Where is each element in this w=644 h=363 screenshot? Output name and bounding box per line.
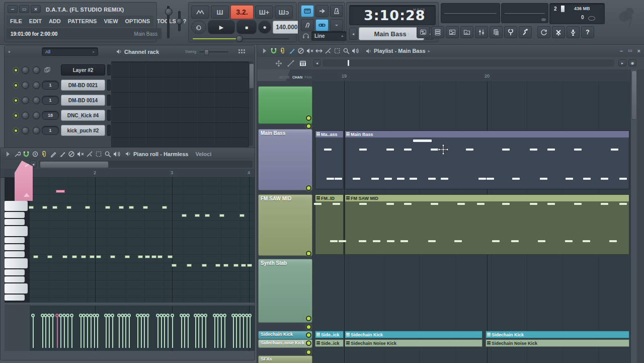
step-sequencer-area[interactable] xyxy=(111,61,249,147)
plugin-picker-button[interactable] xyxy=(490,26,503,38)
paperclip-icon[interactable] xyxy=(279,47,286,54)
typing-keyboard-button[interactable] xyxy=(301,5,314,17)
piano-roll-note[interactable] xyxy=(85,206,90,209)
channel-volume-knob[interactable] xyxy=(33,97,40,104)
piano-roll-note[interactable] xyxy=(143,206,148,209)
piano-roll-note[interactable] xyxy=(33,255,38,258)
playlist-title-arrow[interactable]: ▸ xyxy=(428,49,430,53)
piano-roll-note[interactable] xyxy=(66,206,71,209)
audio-input-select[interactable]: Line ▸ xyxy=(311,31,347,41)
pick-icon[interactable] xyxy=(299,60,306,67)
sync-button[interactable] xyxy=(537,26,550,38)
pattern-song-mode-button[interactable] xyxy=(191,6,209,19)
playlist-track-header[interactable]: SFXs xyxy=(258,355,312,363)
track-enable-led[interactable] xyxy=(306,251,311,256)
clip-menu-icon[interactable] xyxy=(316,341,320,345)
minimize-button[interactable]: – xyxy=(8,5,18,13)
paint-active-icon[interactable] xyxy=(288,47,295,54)
piano-roll-note[interactable] xyxy=(47,255,52,258)
slash-icon[interactable] xyxy=(297,47,304,54)
channel-enable-led[interactable] xyxy=(14,128,18,133)
microphone-button[interactable] xyxy=(567,26,580,38)
mute-icon[interactable] xyxy=(306,47,313,54)
piano-key[interactable] xyxy=(5,201,28,211)
mixer-button[interactable] xyxy=(475,26,488,38)
menu-view[interactable]: VIEW xyxy=(100,17,121,26)
oscilloscope-left[interactable] xyxy=(441,3,500,23)
selected-note[interactable] xyxy=(56,190,65,193)
slip-icon[interactable] xyxy=(315,47,323,54)
piano-key[interactable] xyxy=(5,244,25,250)
playlist-scroll-left-button[interactable]: ◂ xyxy=(313,59,320,66)
piano-roll-note[interactable] xyxy=(62,255,67,258)
caret-down-button[interactable] xyxy=(330,19,343,31)
menu-tools[interactable]: TOOLS xyxy=(153,17,180,26)
stop-button[interactable]: ■ xyxy=(236,20,257,34)
playlist-lane-area[interactable]: Ma..assMain BassFM..IDFM SAW MIDSide..ic… xyxy=(312,81,630,363)
menu-edit[interactable]: EDIT xyxy=(26,17,45,26)
channel-enable-led[interactable] xyxy=(14,83,18,88)
pattern-clip[interactable]: Side..ick xyxy=(315,331,344,338)
channel-pan-knob[interactable] xyxy=(22,127,29,134)
piano-roll-hscrollbar[interactable] xyxy=(39,161,253,168)
piano-roll-timeline[interactable]: 234 xyxy=(1,169,255,178)
channel-rack-menu-arrow[interactable]: ▸ xyxy=(9,49,11,54)
piano-roll-target-control[interactable]: Veloci xyxy=(195,151,211,157)
track-enable-led[interactable] xyxy=(306,332,311,338)
piano-roll-note[interactable] xyxy=(215,264,220,267)
piano-roll-note[interactable] xyxy=(247,264,252,267)
stamp-icon[interactable] xyxy=(32,151,39,158)
pattern-clip[interactable]: Sidechain Kick xyxy=(345,331,482,338)
pattern-prev-button[interactable]: ◂ xyxy=(349,28,357,40)
track-enable-led[interactable] xyxy=(306,123,311,129)
dragged-note-dash[interactable] xyxy=(413,139,432,142)
piano-roll-note[interactable] xyxy=(119,206,124,209)
playlist-timeline[interactable]: 1920 xyxy=(312,69,630,82)
piano-roll-note[interactable] xyxy=(241,264,246,267)
blend-notes-button[interactable]: Ш+ xyxy=(255,6,273,19)
playlist-track-header[interactable]: Sidechain..oise Kick xyxy=(258,339,312,348)
track-enable-led[interactable] xyxy=(306,349,311,355)
plugin-button[interactable] xyxy=(504,26,517,38)
rack-grid-icon[interactable] xyxy=(238,49,245,54)
piano-roll-note[interactable] xyxy=(195,214,200,217)
record-loop-toggle[interactable] xyxy=(191,21,206,34)
piano-key[interactable] xyxy=(5,269,25,275)
clip-menu-icon[interactable] xyxy=(346,196,350,200)
piano-key[interactable] xyxy=(5,219,25,225)
playlist-scroll-right-button[interactable]: ▸ xyxy=(618,59,626,66)
track-enable-led[interactable] xyxy=(306,115,311,121)
mute-icon[interactable] xyxy=(77,151,84,158)
channel-button[interactable]: Layer #2 xyxy=(61,64,105,76)
playback-icon[interactable] xyxy=(352,47,359,54)
piano-roll-note[interactable] xyxy=(239,214,245,217)
clip-menu-icon[interactable] xyxy=(316,132,320,136)
channel-enable-led[interactable] xyxy=(14,113,18,118)
playlist-zoom-fit-button[interactable]: ◉ xyxy=(628,59,636,66)
piano-roll-note[interactable] xyxy=(42,206,47,209)
play-button[interactable]: ▶ xyxy=(208,20,235,34)
magnet-icon[interactable] xyxy=(23,151,30,158)
record-button[interactable]: ● xyxy=(258,21,271,34)
channel-display-value[interactable]: 1 xyxy=(42,96,59,105)
time-display[interactable]: 3:10:28 M:S:CS xyxy=(349,5,436,25)
playlist-maximize-button[interactable]: ▭ xyxy=(628,48,632,54)
channel-volume-knob[interactable] xyxy=(33,82,40,89)
piano-roll-note[interactable] xyxy=(172,264,177,267)
piano-roll-note[interactable] xyxy=(52,206,57,209)
pattern-clip[interactable]: Sidechain Noise Kick xyxy=(486,339,629,347)
loop-record-button[interactable]: Шɔ xyxy=(275,6,293,19)
zoom-icon[interactable] xyxy=(104,151,111,158)
slice-icon[interactable] xyxy=(325,47,332,54)
channel-button[interactable]: kick_puch #2 xyxy=(61,125,105,136)
channel-button[interactable]: DM-BD 0021 xyxy=(61,80,105,91)
clip-menu-icon[interactable] xyxy=(346,333,350,336)
arrow-right-button[interactable] xyxy=(315,5,329,17)
clip-menu-icon[interactable] xyxy=(487,333,491,336)
velocity-lane[interactable] xyxy=(30,305,255,352)
piano-roll-note[interactable] xyxy=(90,255,95,258)
playlist-minimize-button[interactable]: – xyxy=(620,48,623,54)
channel-filter-select[interactable]: All ▸ xyxy=(42,47,98,56)
track-enable-led[interactable] xyxy=(306,324,311,330)
step-edit-button[interactable]: Ш xyxy=(211,6,229,19)
